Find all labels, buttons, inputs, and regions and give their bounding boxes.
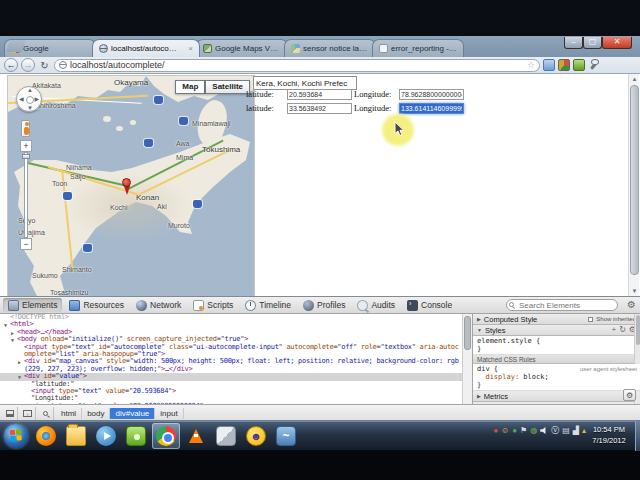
minimize-button[interactable]: –: [564, 37, 583, 49]
taskbar-app-wave-app[interactable]: ~: [272, 423, 300, 449]
show-desktop-button[interactable]: [635, 421, 640, 451]
bookmark-star-icon[interactable]: ☆: [527, 60, 535, 70]
console-toggle-button[interactable]: ›: [20, 407, 36, 420]
taskbar-app-yahoo-messenger[interactable]: ☻: [242, 423, 270, 449]
extension-color-icon[interactable]: [558, 59, 570, 71]
elements-scrollbar[interactable]: [462, 314, 472, 404]
taskbar-app-explorer[interactable]: [62, 423, 90, 449]
chrome-menu-wrench-icon[interactable]: [588, 59, 600, 71]
breadcrumb-div-value[interactable]: div#value: [110, 408, 155, 419]
longitude-input[interactable]: [399, 103, 464, 114]
autocomplete-input[interactable]: [253, 76, 357, 90]
browser-tab[interactable]: localhost/autocomplete/×: [92, 39, 200, 57]
devtools-statusbar: › htmlbodydiv#valueinput: [0, 404, 640, 421]
metrics-section[interactable]: ▶Metrics: [473, 391, 640, 402]
show-inherited-checkbox[interactable]: [588, 317, 593, 322]
zoom-slider-track[interactable]: [24, 152, 28, 238]
red-status-icon[interactable]: ●: [493, 426, 498, 435]
styles-section[interactable]: ▼Styles + ↻ ⚙: [473, 325, 640, 336]
scripts-icon: [193, 300, 204, 311]
dock-toggle-button[interactable]: [2, 407, 18, 420]
globe-favicon-icon: [99, 44, 108, 53]
devtools-tab-console[interactable]: Console: [402, 298, 457, 312]
breadcrumb-body[interactable]: body: [82, 408, 110, 419]
element-state-icon[interactable]: ↻: [619, 326, 626, 334]
taskbar-app-media-player[interactable]: [92, 423, 120, 449]
collapsed-arrow-icon[interactable]: ▶: [18, 359, 21, 366]
zoom-slider-thumb[interactable]: [22, 154, 30, 159]
computed-style-section[interactable]: ▶Computed Style Show inherited: [473, 314, 640, 325]
new-style-rule-plus-icon[interactable]: +: [611, 326, 616, 334]
map-marker-icon[interactable]: [122, 178, 131, 187]
taskbar-clock[interactable]: 10:54 PM 7/19/2012: [586, 424, 632, 446]
map-city-label: Konan: [136, 193, 159, 202]
latitude-input[interactable]: [287, 103, 352, 114]
windows-taskbar: ☻~ ●☺●⚑◍Ⓥ▤▟▴ 10:54 PM 7/19/2012: [0, 420, 640, 450]
address-bar[interactable]: localhost/autocomplete/ ☆: [54, 59, 540, 72]
element-style-block[interactable]: element.style { }: [473, 336, 640, 355]
taskbar-app-cube-app[interactable]: [212, 423, 240, 449]
browser-tab[interactable]: sensor notice la.php: [284, 39, 376, 57]
extension-green-icon[interactable]: [573, 59, 585, 71]
scroll-down-arrow[interactable]: ▼: [629, 286, 640, 296]
tab-close-icon[interactable]: ×: [186, 44, 193, 53]
breadcrumb-html[interactable]: html: [56, 408, 82, 419]
taskbar-app-vlc[interactable]: [182, 423, 210, 449]
reload-button[interactable]: ↻: [38, 59, 51, 72]
css-rule-block[interactable]: div {user agent stylesheet display: bloc…: [473, 364, 640, 391]
map-city-label: Niihama: [66, 164, 92, 171]
maximize-button[interactable]: ▢: [583, 37, 602, 49]
devtools-settings-gear-icon[interactable]: ⚙: [627, 299, 636, 310]
taskbar-app-start[interactable]: [2, 423, 30, 449]
zoom-out-button[interactable]: −: [20, 238, 32, 250]
circle-update-icon[interactable]: ◍: [530, 426, 537, 435]
tab-title: localhost/autocomplete/: [111, 44, 183, 53]
yahoo-messenger-icon: ☻: [246, 426, 266, 446]
breadcrumb-input[interactable]: input: [155, 408, 183, 419]
street-view-pegman-icon[interactable]: [21, 120, 30, 137]
inspect-element-button[interactable]: [38, 407, 54, 420]
antivirus-icon[interactable]: Ⓥ: [551, 426, 559, 435]
flag-icon[interactable]: ⚑: [520, 426, 527, 435]
devtools-tab-elements[interactable]: Elements: [3, 298, 62, 312]
devtools-tab-audits[interactable]: Audits: [352, 298, 400, 312]
devtools-tab-timeline[interactable]: Timeline: [240, 298, 296, 312]
address-text[interactable]: localhost/autocomplete/: [70, 60, 524, 70]
console-icon: [407, 300, 418, 311]
page-scrollbar[interactable]: ▲ ▼: [628, 74, 639, 296]
dom-tree-node[interactable]: ▶<div id="map_canvas" style="width: 500p…: [0, 358, 462, 373]
dom-tree-node[interactable]: <!DOCTYPE html>: [0, 314, 462, 321]
back-button[interactable]: ←: [4, 58, 18, 72]
forward-button[interactable]: →: [21, 58, 35, 72]
devtools-search-input[interactable]: [506, 299, 618, 311]
dom-tree-node[interactable]: <input type="text" id="autocomplete" cla…: [0, 344, 462, 359]
taskbar-app-firefox[interactable]: [32, 423, 60, 449]
devtools-tab-label: Scripts: [207, 300, 233, 310]
browser-tab[interactable]: error_reporting - Mi: [372, 39, 464, 57]
map-city-label: Uwajima: [18, 229, 45, 236]
browser-tab[interactable]: Google Maps V3 gps: [196, 39, 288, 57]
devtools-tab-profiles[interactable]: Profiles: [298, 298, 350, 312]
map-city-label: Mima: [176, 154, 193, 161]
scrollbar-thumb[interactable]: [630, 85, 639, 275]
devtools-tab-scripts[interactable]: Scripts: [188, 298, 238, 312]
scroll-up-arrow[interactable]: ▲: [629, 74, 640, 84]
speaker-icon[interactable]: [540, 427, 548, 435]
zoom-in-button[interactable]: +: [20, 140, 32, 152]
longitude-input[interactable]: [399, 89, 464, 100]
green-status-icon[interactable]: ●: [512, 426, 517, 435]
taskbar-app-green-app[interactable]: [122, 423, 150, 449]
smiley-icon[interactable]: ☺: [501, 426, 509, 435]
latitude-input[interactable]: [287, 89, 352, 100]
sidebar-settings-gear-icon[interactable]: ⚙: [623, 389, 636, 401]
close-button[interactable]: ✕: [602, 37, 632, 49]
devtools-tab-resources[interactable]: Resources: [64, 298, 129, 312]
network-icon[interactable]: ▟: [573, 426, 579, 435]
extension-pages-icon[interactable]: [543, 59, 555, 71]
devtools-tab-network[interactable]: Network: [131, 298, 186, 312]
notes-icon[interactable]: ▤: [562, 426, 570, 435]
elements-icon: [8, 300, 19, 311]
map-city-label: Tokushima: [202, 145, 240, 154]
elements-tree[interactable]: <!DOCTYPE html>▼<html>▶<head>…</head>▼<b…: [0, 314, 462, 404]
taskbar-app-chrome[interactable]: [152, 423, 180, 449]
